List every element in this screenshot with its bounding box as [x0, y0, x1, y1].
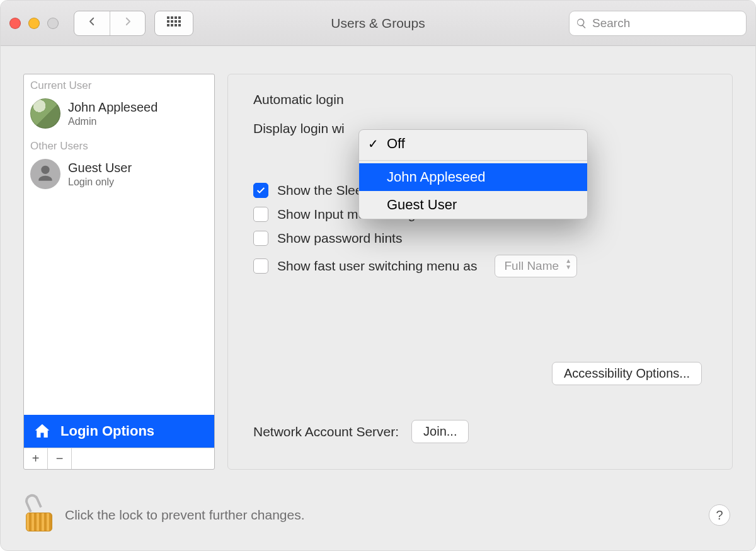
sidebar-item-current-user[interactable]: John Appleseed Admin	[24, 95, 214, 135]
sidebar-item-login-options[interactable]: Login Options	[24, 415, 214, 448]
dropdown-item-label: Guest User	[387, 197, 457, 212]
other-users-header: Other Users	[24, 135, 214, 155]
network-account-label: Network Account Server:	[253, 424, 399, 439]
login-options-label: Login Options	[60, 423, 154, 439]
avatar	[30, 159, 60, 189]
close-window-button[interactable]	[9, 18, 21, 29]
accessibility-options-button[interactable]: Accessibility Options...	[552, 362, 702, 385]
back-forward-segment	[74, 11, 146, 36]
preferences-window: Users & Groups Current User John Applese…	[0, 0, 756, 551]
forward-button[interactable]	[110, 11, 145, 35]
window-controls	[9, 18, 59, 29]
back-button[interactable]	[74, 11, 110, 35]
other-user-name: Guest User	[68, 161, 132, 175]
fast-user-select-value: Full Name	[504, 259, 559, 273]
search-input[interactable]	[592, 16, 740, 30]
zoom-window-button[interactable]	[47, 18, 59, 29]
dropdown-item-label: John Appleseed	[387, 169, 486, 185]
sidebar-item-guest-user[interactable]: Guest User Login only	[24, 155, 214, 195]
dropdown-item-off[interactable]: ✓ Off	[359, 130, 587, 158]
automatic-login-label: Automatic login	[253, 92, 344, 107]
checkmark-icon: ✓	[368, 136, 379, 151]
avatar	[30, 98, 60, 129]
dropdown-separator	[359, 160, 587, 161]
current-user-header: Current User	[24, 74, 214, 95]
display-login-label: Display login wi	[253, 121, 345, 136]
grid-icon	[166, 16, 181, 27]
help-button[interactable]: ?	[709, 504, 730, 526]
checkbox-icon	[253, 231, 268, 246]
dropdown-item-label: Off	[387, 136, 405, 151]
lock-text: Click the lock to prevent further change…	[65, 508, 305, 523]
person-icon	[35, 164, 55, 184]
checkbox-label: Show fast user switching menu as	[277, 258, 477, 274]
show-all-button[interactable]	[155, 11, 193, 35]
lock-icon[interactable]	[26, 499, 52, 531]
content-area: Current User John Appleseed Admin Other …	[1, 46, 755, 550]
checkbox-icon	[253, 183, 268, 198]
join-button[interactable]: Join...	[411, 420, 469, 443]
checkbox-icon	[253, 258, 268, 274]
remove-user-button[interactable]: −	[48, 448, 72, 469]
automatic-login-dropdown[interactable]: ✓ Off John Appleseed Guest User	[358, 129, 588, 219]
search-icon	[576, 18, 587, 29]
dropdown-item-guest[interactable]: Guest User	[359, 191, 587, 219]
lock-row: Click the lock to prevent further change…	[26, 499, 730, 531]
checkbox-fast-user[interactable]: Show fast user switching menu as Full Na…	[253, 255, 707, 277]
sidebar-footer: + −	[24, 448, 214, 469]
fast-user-select[interactable]: Full Name ▲▼	[495, 255, 577, 277]
show-all-segment	[154, 11, 193, 36]
current-user-name: John Appleseed	[68, 100, 158, 115]
checkbox-label: Show password hints	[277, 231, 402, 246]
checkbox-icon	[253, 207, 268, 222]
search-field-wrap[interactable]	[569, 11, 747, 36]
other-user-role: Login only	[68, 177, 132, 188]
house-icon	[33, 422, 52, 441]
checkbox-show-hints[interactable]: Show password hints	[253, 231, 707, 246]
current-user-role: Admin	[68, 116, 158, 127]
minimize-window-button[interactable]	[28, 18, 40, 29]
toolbar-nav	[74, 11, 193, 36]
toolbar: Users & Groups	[1, 1, 755, 46]
users-sidebar: Current User John Appleseed Admin Other …	[23, 74, 215, 470]
dropdown-item-john[interactable]: John Appleseed	[359, 163, 587, 191]
chevron-updown-icon: ▲▼	[565, 258, 571, 270]
add-user-button[interactable]: +	[24, 448, 48, 469]
